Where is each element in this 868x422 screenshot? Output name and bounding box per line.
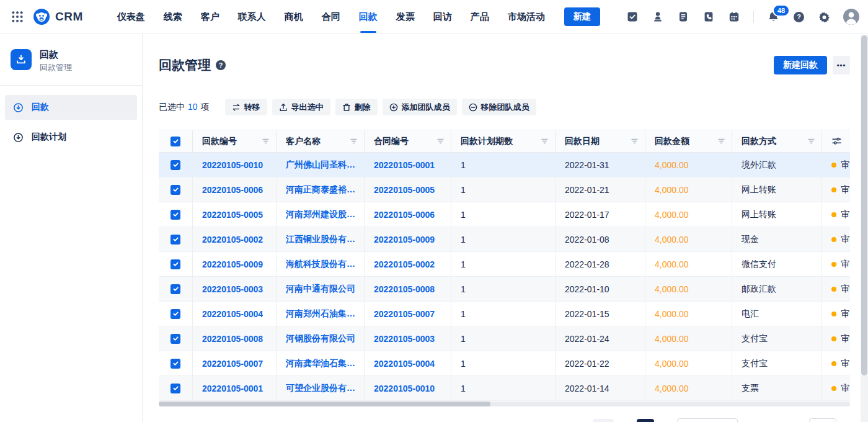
- contract-number-link[interactable]: 20220105-0004: [374, 359, 435, 369]
- table-row[interactable]: 20220105-0004 河南郑州石油集团... 20220105-0007 …: [159, 302, 850, 326]
- export-selected-button[interactable]: 导出选中: [272, 99, 330, 115]
- sidebar-item[interactable]: 回款计划: [5, 125, 137, 150]
- filter-icon[interactable]: [717, 137, 725, 145]
- contract-number-link[interactable]: 20220105-0005: [374, 185, 435, 195]
- customer-name-link[interactable]: 可望企业股份有限...: [286, 383, 358, 394]
- payment-number-link[interactable]: 20220105-0004: [202, 309, 263, 319]
- filter-icon[interactable]: [807, 137, 815, 145]
- payment-number-link[interactable]: 20220105-0001: [202, 384, 263, 393]
- column-header[interactable]: 回款金额: [655, 136, 689, 147]
- nav-item[interactable]: 商机: [275, 0, 312, 34]
- table-row[interactable]: 20220105-0001 可望企业股份有限... 20220105-0010 …: [159, 376, 850, 401]
- contract-number-link[interactable]: 20220105-0010: [374, 384, 435, 393]
- payment-number-link[interactable]: 20220105-0007: [202, 359, 263, 369]
- filter-icon[interactable]: [541, 137, 549, 145]
- calendar-icon[interactable]: [728, 11, 740, 23]
- user-avatar[interactable]: [843, 9, 859, 25]
- customer-name-link[interactable]: 河南龚华油石集团...: [286, 358, 358, 369]
- customer-name-link[interactable]: 广州佛山同圣科技...: [286, 159, 358, 171]
- row-checkbox[interactable]: [170, 334, 180, 344]
- select-all-checkbox[interactable]: [170, 137, 180, 146]
- payment-number-link[interactable]: 20220105-0003: [202, 284, 263, 294]
- row-checkbox[interactable]: [170, 160, 180, 170]
- pagination-list-button[interactable]: [593, 419, 614, 422]
- row-checkbox[interactable]: [170, 259, 180, 269]
- row-checkbox[interactable]: [170, 235, 180, 245]
- app-launcher-icon[interactable]: [11, 11, 24, 23]
- page-size-select[interactable]: 100条/页: [677, 418, 737, 422]
- table-row[interactable]: 20220105-0002 江西铜业股份有限... 20220105-0009 …: [159, 227, 850, 252]
- delete-button[interactable]: 删除: [335, 99, 378, 115]
- row-checkbox[interactable]: [170, 210, 180, 220]
- contract-number-link[interactable]: 20220105-0008: [374, 284, 435, 294]
- column-header[interactable]: 回款日期: [565, 136, 600, 147]
- customer-name-link[interactable]: 江西铜业股份有限...: [286, 234, 358, 245]
- payment-number-link[interactable]: 20220105-0010: [202, 160, 263, 170]
- filter-icon[interactable]: [262, 137, 270, 145]
- help-icon[interactable]: ?: [792, 11, 805, 23]
- task-icon[interactable]: [626, 11, 639, 23]
- row-checkbox[interactable]: [170, 284, 180, 294]
- customer-name-link[interactable]: 河南正商泰盛裕网...: [286, 184, 358, 195]
- brand-logo[interactable]: CRM: [33, 9, 83, 25]
- nav-item[interactable]: 联系人: [229, 0, 275, 34]
- payment-number-link[interactable]: 20220105-0005: [202, 210, 263, 220]
- nav-item[interactable]: 仪表盘: [108, 0, 154, 34]
- row-checkbox[interactable]: [170, 185, 180, 195]
- nav-item[interactable]: 合同: [312, 0, 350, 34]
- vertical-scrollbar-thumb[interactable]: [861, 35, 867, 375]
- contract-number-link[interactable]: 20220105-0002: [374, 259, 435, 269]
- add-team-member-button[interactable]: 添加团队成员: [383, 99, 457, 115]
- filter-icon[interactable]: [631, 137, 639, 145]
- notifications-bell-icon[interactable]: 48: [767, 11, 779, 23]
- contract-number-link[interactable]: 20220105-0006: [374, 210, 435, 220]
- gear-icon[interactable]: [818, 11, 830, 23]
- remove-team-member-button[interactable]: 移除团队成员: [462, 99, 536, 115]
- horizontal-scrollbar-thumb[interactable]: [159, 402, 490, 406]
- nav-item[interactable]: 回访: [424, 0, 461, 34]
- payment-number-link[interactable]: 20220105-0006: [202, 185, 263, 195]
- customer-name-link[interactable]: 河南郑州建设股份...: [286, 209, 358, 220]
- row-checkbox[interactable]: [170, 384, 180, 393]
- title-help-icon[interactable]: ?: [216, 60, 226, 70]
- nav-create-button[interactable]: 新建: [564, 7, 600, 26]
- payment-number-link[interactable]: 20220105-0002: [202, 235, 263, 245]
- stamp-icon[interactable]: [652, 11, 664, 23]
- column-header[interactable]: 回款计划期数: [461, 136, 513, 147]
- column-header[interactable]: 回款编号: [202, 136, 237, 147]
- nav-item[interactable]: 客户: [192, 0, 229, 34]
- row-checkbox[interactable]: [170, 309, 180, 319]
- payment-number-link[interactable]: 20220105-0008: [202, 334, 263, 344]
- column-header[interactable]: 客户名称: [286, 136, 321, 147]
- table-row[interactable]: 20220105-0003 河南中通有限公司 20220105-0008 1 2…: [159, 277, 850, 302]
- nav-item[interactable]: 回款: [350, 0, 387, 34]
- filter-icon[interactable]: [436, 137, 445, 145]
- customer-name-link[interactable]: 河钢股份有限公司: [286, 333, 355, 344]
- table-horizontal-scrollbar[interactable]: [159, 402, 850, 406]
- table-row[interactable]: 20220105-0010 广州佛山同圣科技... 20220105-0001 …: [159, 153, 850, 177]
- goto-page-input[interactable]: [809, 418, 836, 422]
- table-row[interactable]: 20220105-0009 海航科技股份有限... 20220105-0002 …: [159, 252, 850, 277]
- page-vertical-scrollbar[interactable]: [861, 35, 868, 422]
- nav-item[interactable]: 市场活动: [498, 0, 554, 34]
- payment-number-link[interactable]: 20220105-0009: [202, 259, 263, 269]
- nav-item[interactable]: 发票: [387, 0, 424, 34]
- document-icon[interactable]: [677, 11, 689, 23]
- transfer-button[interactable]: 转移: [225, 99, 267, 115]
- current-page-button[interactable]: 1: [637, 419, 654, 422]
- column-settings-icon[interactable]: [831, 136, 842, 146]
- table-row[interactable]: 20220105-0007 河南龚华油石集团... 20220105-0004 …: [159, 351, 850, 376]
- sidebar-item[interactable]: 回款: [5, 95, 137, 120]
- contract-number-link[interactable]: 20220105-0009: [374, 235, 435, 245]
- customer-name-link[interactable]: 海航科技股份有限...: [286, 259, 358, 270]
- customer-name-link[interactable]: 河南中通有限公司: [286, 284, 355, 295]
- customer-name-link[interactable]: 河南郑州石油集团...: [286, 308, 358, 320]
- new-payment-button[interactable]: 新建回款: [774, 56, 827, 74]
- column-header[interactable]: 回款方式: [742, 136, 776, 147]
- table-row[interactable]: 20220105-0008 河钢股份有限公司 20220105-0003 1 2…: [159, 326, 850, 351]
- filter-icon[interactable]: [350, 137, 358, 145]
- column-header[interactable]: 合同编号: [374, 136, 409, 147]
- nav-item[interactable]: 产品: [461, 0, 498, 34]
- contract-number-link[interactable]: 20220105-0003: [374, 334, 435, 344]
- table-row[interactable]: 20220105-0006 河南正商泰盛裕网... 20220105-0005 …: [159, 177, 850, 202]
